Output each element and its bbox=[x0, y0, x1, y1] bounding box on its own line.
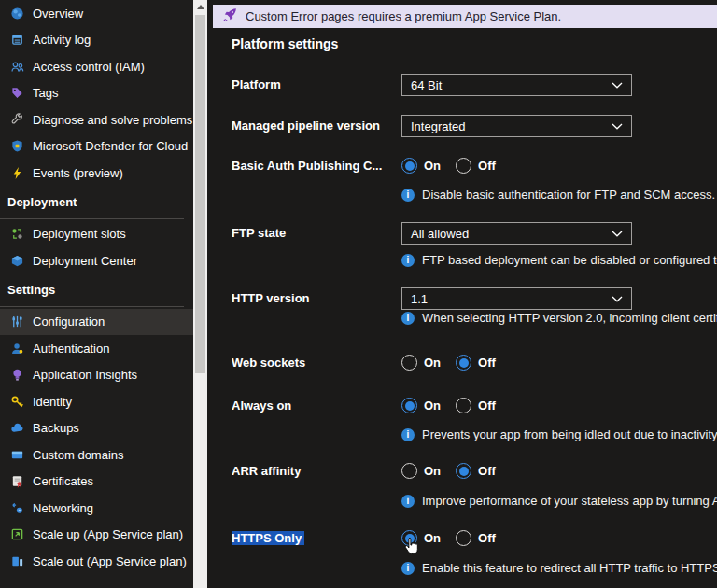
resource-menu-sidebar: Overview Activity log Access control (IA… bbox=[0, 0, 193, 588]
arr-affinity-info: Improve performance of your stateless ap… bbox=[401, 494, 717, 508]
radio-off-label: Off bbox=[478, 464, 496, 478]
basic-auth-off-radio[interactable] bbox=[456, 158, 471, 174]
sidebar-item-label: Events (preview) bbox=[33, 166, 123, 180]
sidebar-item-events[interactable]: Events (preview) bbox=[0, 160, 193, 187]
sidebar-item-label: Deployment Center bbox=[33, 254, 137, 268]
sidebar-item-label: Configuration bbox=[33, 315, 105, 329]
sidebar-item-label: Diagnose and solve problems bbox=[33, 113, 192, 127]
sidebar-item-configuration[interactable]: Configuration bbox=[0, 309, 193, 336]
arr-affinity-label: ARR affinity bbox=[232, 464, 396, 478]
page-title: Platform settings bbox=[232, 36, 338, 51]
sidebar-item-label: Deployment slots bbox=[33, 227, 126, 241]
sidebar-item-identity[interactable]: Identity bbox=[0, 388, 193, 415]
sidebar-section-settings: Settings bbox=[0, 280, 193, 301]
swap-icon bbox=[9, 227, 24, 242]
web-sockets-radio-group: On Off bbox=[401, 355, 511, 371]
scroll-up-arrow-icon bbox=[197, 5, 204, 9]
radio-off-label: Off bbox=[478, 531, 496, 545]
ftp-state-select[interactable]: All allowed bbox=[401, 222, 632, 245]
sidebar-section-deployment: Deployment bbox=[0, 192, 193, 213]
http-version-info: When selecting HTTP version 2.0, incomin… bbox=[401, 311, 717, 325]
sidebar-item-scale-out[interactable]: Scale out (App Service plan) bbox=[0, 548, 193, 575]
arr-affinity-radio-group: On Off bbox=[401, 463, 511, 479]
https-only-off-radio[interactable] bbox=[456, 530, 471, 546]
radio-on-label: On bbox=[424, 159, 441, 173]
platform-select[interactable]: 64 Bit bbox=[401, 74, 632, 96]
sidebar-item-scale-up[interactable]: Scale up (App Service plan) bbox=[0, 522, 193, 549]
sidebar-item-diagnose[interactable]: Diagnose and solve problems bbox=[0, 106, 193, 133]
scrollbar-thumb[interactable] bbox=[195, 15, 205, 373]
pipeline-label: Managed pipeline version bbox=[232, 119, 396, 133]
sidebar-divider bbox=[0, 306, 184, 307]
always-on-radio-group: On Off bbox=[401, 398, 511, 413]
sidebar-item-label: Application Insights bbox=[33, 368, 137, 382]
radio-off-label: Off bbox=[478, 399, 496, 413]
always-on-info: Prevents your app from being idled out d… bbox=[401, 427, 717, 441]
http-version-select[interactable]: 1.1 bbox=[401, 287, 632, 310]
info-text: Prevents your app from being idled out d… bbox=[422, 427, 717, 441]
domain-card-icon bbox=[9, 447, 24, 462]
sidebar-item-deployment-center[interactable]: Deployment Center bbox=[0, 247, 193, 274]
arr-affinity-off-radio[interactable] bbox=[456, 463, 471, 479]
info-icon bbox=[401, 189, 415, 202]
https-only-label-highlighted: HTTPS Only bbox=[232, 531, 304, 545]
sidebar-item-tags[interactable]: Tags bbox=[0, 80, 193, 107]
always-on-on-radio[interactable] bbox=[401, 398, 417, 413]
always-on-label: Always on bbox=[232, 399, 396, 413]
bulb-icon bbox=[9, 368, 24, 383]
scroll-up-button[interactable] bbox=[193, 0, 207, 13]
ftp-state-select-value: All allowed bbox=[411, 227, 469, 241]
web-sockets-off-radio[interactable] bbox=[456, 355, 471, 371]
sidebar-divider bbox=[0, 218, 184, 219]
sidebar-item-label: Certificates bbox=[33, 474, 93, 488]
radio-on-label: On bbox=[424, 399, 441, 413]
sidebar-item-authentication[interactable]: Authentication bbox=[0, 335, 193, 362]
sidebar-item-backups[interactable]: Backups bbox=[0, 415, 193, 442]
info-text: FTP based deployment can be disabled or … bbox=[422, 253, 717, 267]
sidebar-scrollbar[interactable] bbox=[193, 0, 207, 588]
sidebar-item-label: Access control (IAM) bbox=[33, 60, 145, 74]
chevron-down-icon bbox=[612, 296, 623, 302]
sidebar-item-access-control[interactable]: Access control (IAM) bbox=[0, 53, 193, 80]
platform-label: Platform bbox=[232, 77, 396, 91]
sidebar-item-label: Activity log bbox=[33, 33, 91, 47]
sidebar-item-label: Custom domains bbox=[33, 448, 124, 462]
always-on-off-radio[interactable] bbox=[456, 398, 471, 413]
sidebar-item-label: Overview bbox=[33, 7, 83, 21]
sidebar-item-overview[interactable]: Overview bbox=[0, 0, 193, 27]
radio-on-label: On bbox=[424, 464, 441, 478]
sidebar-item-certificates[interactable]: Certificates bbox=[0, 469, 193, 496]
sidebar-item-activity-log[interactable]: Activity log bbox=[0, 27, 193, 54]
sidebar-item-label: Microsoft Defender for Cloud bbox=[33, 139, 188, 153]
activity-log-icon bbox=[9, 33, 24, 48]
pipeline-select[interactable]: Integrated bbox=[401, 115, 632, 137]
info-text: Disable basic authentication for FTP and… bbox=[422, 188, 715, 202]
sidebar-item-deployment-slots[interactable]: Deployment slots bbox=[0, 221, 193, 248]
info-text: When selecting HTTP version 2.0, incomin… bbox=[422, 311, 717, 325]
certificate-icon bbox=[9, 474, 24, 489]
basic-auth-on-radio[interactable] bbox=[401, 158, 417, 174]
info-text: Enable this feature to redirect all HTTP… bbox=[422, 561, 717, 575]
arr-affinity-on-radio[interactable] bbox=[401, 463, 417, 479]
info-icon bbox=[401, 254, 415, 267]
platform-select-value: 64 Bit bbox=[411, 78, 442, 92]
web-sockets-label: Web sockets bbox=[232, 356, 396, 370]
people-icon bbox=[9, 59, 24, 74]
https-only-label: HTTPS Only bbox=[232, 531, 396, 545]
app-window: Overview Activity log Access control (IA… bbox=[0, 0, 717, 588]
banner-message: Custom Error pages requires a premium Ap… bbox=[246, 9, 561, 23]
premium-plan-banner: Custom Error pages requires a premium Ap… bbox=[213, 5, 717, 28]
network-icon bbox=[9, 500, 24, 515]
https-only-on-radio[interactable] bbox=[401, 530, 417, 546]
sidebar-item-defender[interactable]: Microsoft Defender for Cloud bbox=[0, 133, 193, 161]
basic-auth-label: Basic Auth Publishing C... bbox=[232, 159, 396, 173]
sidebar-item-label: Scale out (App Service plan) bbox=[33, 554, 187, 568]
sidebar-item-application-insights[interactable]: Application Insights bbox=[0, 362, 193, 389]
scale-out-icon bbox=[9, 553, 24, 568]
ftp-state-label: FTP state bbox=[232, 226, 396, 240]
cloud-icon bbox=[9, 421, 24, 436]
wrench-icon bbox=[9, 112, 24, 127]
sidebar-item-networking[interactable]: Networking bbox=[0, 495, 193, 522]
sidebar-item-custom-domains[interactable]: Custom domains bbox=[0, 441, 193, 469]
web-sockets-on-radio[interactable] bbox=[401, 355, 417, 371]
